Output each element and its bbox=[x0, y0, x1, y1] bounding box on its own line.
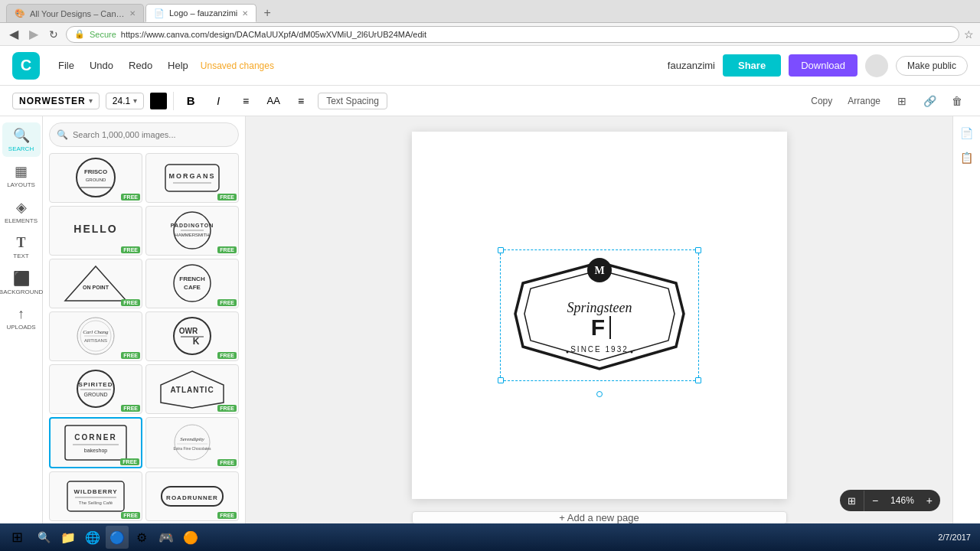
sidebar-item-text[interactable]: T TEXT bbox=[2, 230, 41, 264]
address-bar-row: ◀ ▶ ↻ 🔒 Secure https://www.canva.com/des… bbox=[0, 23, 980, 46]
font-size-selector[interactable]: 24.1 ▾ bbox=[106, 93, 144, 109]
taskbar-app2[interactable]: ⚙ bbox=[130, 526, 153, 549]
aa-button[interactable]: AA bbox=[263, 90, 284, 112]
nav-reload[interactable]: ↻ bbox=[46, 28, 61, 41]
uploads-sidebar-icon: ↑ bbox=[18, 306, 24, 322]
canva-header: C File Undo Redo Help Unsaved changes fa… bbox=[0, 46, 980, 86]
list-item[interactable]: Carl Chang ARTISANS FREE bbox=[49, 311, 142, 361]
menu-undo[interactable]: Undo bbox=[83, 57, 119, 74]
arrange-button[interactable]: Arrange bbox=[843, 96, 885, 106]
right-panel-icon-1[interactable]: 📄 bbox=[956, 122, 978, 144]
link-button[interactable]: 🔗 bbox=[919, 90, 940, 112]
canvas-page[interactable]: M Springsteen F SINCE 1932 bbox=[412, 132, 787, 499]
taskbar-app1[interactable]: 🔵 bbox=[106, 526, 129, 549]
make-public-button[interactable]: Make public bbox=[896, 56, 968, 76]
browser-tab-inactive[interactable]: 🎨 All Your Designs – Canva ✕ bbox=[6, 4, 144, 22]
tab1-title: All Your Designs – Canva bbox=[30, 9, 125, 18]
rotate-handle[interactable] bbox=[596, 391, 603, 397]
canva-logo[interactable]: C bbox=[12, 52, 40, 80]
taskbar-files[interactable]: 📁 bbox=[57, 526, 80, 549]
list-button[interactable]: ≡ bbox=[290, 90, 312, 112]
tab2-close[interactable]: ✕ bbox=[242, 9, 248, 18]
italic-button[interactable]: I bbox=[207, 90, 229, 112]
add-page-label: + Add a new page bbox=[559, 512, 639, 523]
text-spacing-button[interactable]: Text Spacing bbox=[318, 93, 387, 109]
start-button[interactable]: ⊞ bbox=[3, 526, 31, 549]
logo-free-badge: FREE bbox=[217, 512, 237, 519]
menu-help[interactable]: Help bbox=[162, 57, 194, 74]
bold-button[interactable]: B bbox=[180, 90, 201, 112]
sidebar-item-background[interactable]: ⬛ BACKGROUND bbox=[2, 266, 41, 300]
zoom-controls: ⊞ − 146% + bbox=[840, 490, 940, 511]
add-page-button[interactable]: + Add a new page bbox=[412, 511, 787, 523]
font-family-selector[interactable]: NORWESTER ▾ bbox=[12, 93, 100, 109]
font-family-value: NORWESTER bbox=[19, 96, 86, 106]
hello-logo-svg: HELLO bbox=[61, 210, 130, 252]
search-input[interactable] bbox=[49, 122, 239, 147]
list-item[interactable]: HELLO FREE bbox=[49, 206, 142, 256]
align-button[interactable]: ≡ bbox=[235, 90, 256, 112]
taskbar-app3[interactable]: 🎮 bbox=[155, 526, 178, 549]
new-tab-btn[interactable]: + bbox=[258, 4, 276, 22]
list-item[interactable]: SPIRITED GROUND FREE bbox=[49, 364, 142, 414]
font-size-value: 24.1 bbox=[113, 96, 130, 106]
list-item-corner[interactable]: CORNER bakeshop FREE bbox=[49, 417, 142, 468]
grid-view-button[interactable]: ⊞ bbox=[891, 90, 913, 112]
list-item[interactable]: FRENCH CAFE FREE bbox=[145, 259, 239, 308]
zoom-fit-button[interactable]: ⊞ bbox=[840, 491, 864, 511]
search-panel: 🔍 FRISCO GROUND FREE bbox=[43, 116, 246, 523]
taskbar: ⊞ 🔍 📁 🌐 🔵 ⚙ 🎮 🟠 2/7/2017 bbox=[0, 523, 980, 551]
selected-logo-element[interactable]: M Springsteen F SINCE 1932 bbox=[505, 254, 694, 377]
menu-redo[interactable]: Redo bbox=[122, 57, 158, 74]
sidebar-item-uploads[interactable]: ↑ UPLOADS bbox=[2, 302, 41, 335]
list-item[interactable]: ON POINT FREE bbox=[49, 259, 142, 308]
delete-button[interactable]: 🗑 bbox=[946, 90, 968, 112]
tab2-icon: 📄 bbox=[154, 8, 165, 18]
address-bar[interactable]: 🔒 Secure https://www.canva.com/design/DA… bbox=[66, 26, 959, 43]
taskbar-browser[interactable]: 🌐 bbox=[81, 526, 104, 549]
list-item[interactable]: WILDBERRY The Selling Café FREE bbox=[49, 471, 142, 521]
svg-text:ATLANTIC: ATLANTIC bbox=[170, 386, 214, 394]
browser-tab-active[interactable]: 📄 Logo – fauzanzimi ✕ bbox=[145, 4, 256, 22]
list-item[interactable]: MORGANS FREE bbox=[145, 153, 239, 203]
tab1-close[interactable]: ✕ bbox=[129, 9, 136, 18]
nav-forward[interactable]: ▶ bbox=[26, 27, 41, 41]
corner-logo-svg: CORNER bakeshop bbox=[61, 422, 130, 464]
taskbar-app4[interactable]: 🟠 bbox=[179, 526, 202, 549]
list-item[interactable]: PADDINGTON HAMMERSMITH FREE bbox=[145, 206, 239, 256]
taskbar-search[interactable]: 🔍 bbox=[32, 526, 55, 549]
logo-free-badge: FREE bbox=[217, 405, 237, 412]
format-divider-1 bbox=[173, 92, 174, 110]
svg-text:CORNER: CORNER bbox=[74, 433, 116, 442]
list-item[interactable]: ROADRUNNER FREE bbox=[145, 471, 239, 521]
copy-button[interactable]: Copy bbox=[806, 96, 837, 106]
handle-tl[interactable] bbox=[498, 247, 504, 253]
zoom-in-button[interactable]: + bbox=[919, 490, 940, 511]
handle-br[interactable] bbox=[695, 377, 701, 383]
svg-text:CAFE: CAFE bbox=[184, 284, 201, 291]
list-item[interactable]: Serendipity Extra Fine Chocolates FREE bbox=[145, 417, 239, 468]
sidebar-item-search[interactable]: 🔍 SEARCH bbox=[2, 122, 41, 157]
svg-text:WILDBERRY: WILDBERRY bbox=[74, 488, 117, 495]
color-picker[interactable] bbox=[150, 93, 167, 109]
roadrunner-logo-svg: ROADRUNNER bbox=[158, 475, 227, 517]
handle-bl[interactable] bbox=[498, 377, 504, 383]
handle-tr[interactable] bbox=[695, 247, 701, 253]
morgans-logo-svg: MORGANS bbox=[158, 157, 227, 199]
list-item[interactable]: OWR K FREE bbox=[145, 311, 239, 361]
sidebar-item-layouts[interactable]: ▦ LAYOUTS bbox=[2, 158, 41, 193]
list-item[interactable]: ATLANTIC FREE bbox=[145, 364, 239, 414]
right-panel-icon-2[interactable]: 📋 bbox=[956, 147, 978, 168]
nav-back[interactable]: ◀ bbox=[6, 27, 21, 41]
svg-point-26 bbox=[77, 370, 114, 407]
menu-file[interactable]: File bbox=[52, 57, 80, 74]
bookmark-btn[interactable]: ☆ bbox=[964, 28, 974, 41]
share-button[interactable]: Share bbox=[723, 54, 781, 77]
search-input-wrapper: 🔍 bbox=[49, 122, 239, 147]
sidebar-item-elements[interactable]: ◈ ELEMENTS bbox=[2, 194, 41, 229]
list-item[interactable]: FRISCO GROUND FREE bbox=[49, 153, 142, 203]
spirited-logo-svg: SPIRITED GROUND bbox=[61, 368, 130, 410]
download-button[interactable]: Download bbox=[789, 54, 858, 77]
zoom-out-button[interactable]: − bbox=[864, 490, 886, 511]
frisco-logo-svg: FRISCO GROUND bbox=[61, 157, 130, 199]
